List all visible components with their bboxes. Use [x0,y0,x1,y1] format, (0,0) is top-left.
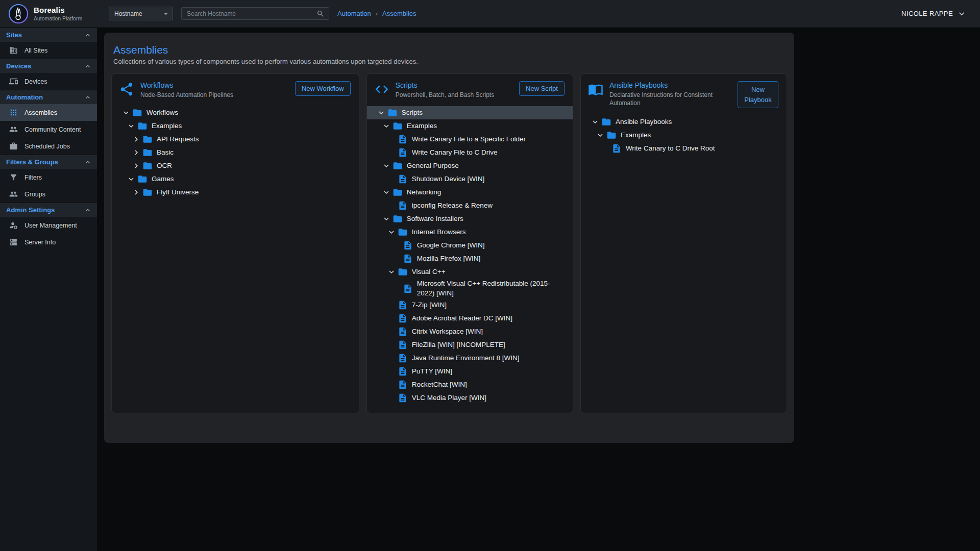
file-icon [403,254,413,264]
tree-workflows: WorkflowsExamplesAPI RequestsBasicOCRGam… [112,102,359,413]
chevron-down-icon-slot[interactable] [375,107,387,119]
breadcrumb-link-assemblies[interactable]: Assemblies [382,10,416,17]
tree-item-scripts[interactable]: Scripts [367,106,573,119]
chevron-spacer [390,283,403,295]
tree-item-label: Scripts [402,108,423,118]
tree-item-mozilla-firefox-win[interactable]: Mozilla Firefox [WIN] [367,252,573,265]
tree-item-label: Games [152,174,174,184]
tree-item-label: OCR [157,161,172,171]
chevron-down-icon-slot[interactable] [380,213,393,225]
folder-icon [393,161,403,171]
new-workflow-button[interactable]: New Workflow [295,81,351,96]
tree-item-filezilla-win-incomplete[interactable]: FileZilla [WIN] [INCOMPLETE] [367,338,573,352]
new-script-button[interactable]: New Script [519,81,565,96]
sidebar-section-label: Filters & Groups [6,158,58,166]
chevron-down-icon-slot[interactable] [125,173,137,185]
chevron-up-icon [84,31,92,39]
sidebar-section-header-sites[interactable]: Sites [0,28,97,42]
sidebar-section-header-filters-groups[interactable]: Filters & Groups [0,155,97,169]
chevron-down-icon-slot[interactable] [125,120,137,132]
tree-item-internet-browsers[interactable]: Internet Browsers [367,226,573,239]
chevron-right-icon-slot[interactable] [130,186,142,198]
tree-item-citrix-workspace-win[interactable]: Citrix Workspace [WIN] [367,325,573,338]
tree-item-examples[interactable]: Examples [112,119,359,133]
hostname-select[interactable]: Hostname [109,7,173,20]
file-icon [398,174,408,184]
panel-header: WorkflowsNode-Based Automation Pipelines… [112,74,359,102]
sidebar-item-label: User Management [24,222,77,229]
breadcrumb-link-automation[interactable]: Automation [337,10,371,17]
folder-icon [142,147,153,158]
chevron-down-icon-slot[interactable] [380,186,393,198]
tree-item-putty-win[interactable]: PuTTY [WIN] [367,365,573,378]
chevron-spacer [385,312,398,324]
tree-item-api-requests[interactable]: API Requests [112,133,359,146]
chevron-right-icon [132,148,141,157]
sidebar-item-label: Server Info [24,239,56,246]
tree-item-software-installers[interactable]: Software Installers [367,212,573,226]
sidebar-section-header-devices[interactable]: Devices [0,59,97,73]
sidebar-section-header-automation[interactable]: Automation [0,90,97,104]
chevron-down-icon-slot[interactable] [385,226,398,238]
tree-item-examples[interactable]: Examples [581,129,787,142]
chevron-down-icon-slot[interactable] [380,120,393,132]
sidebar-section-label: Sites [6,31,22,39]
tree-item-flyff-universe[interactable]: Flyff Universe [112,186,359,199]
sidebar-item-assemblies[interactable]: Assemblies [0,104,97,121]
tree-item-vlc-media-player-win[interactable]: VLC Media Player [WIN] [367,391,573,405]
user-gear-icon [9,221,18,230]
tree-item-ipconfig-release-renew[interactable]: ipconfig Release & Renew [367,199,573,212]
chevron-down-icon-slot[interactable] [380,160,393,172]
app-header: Borealis Automation Platform Hostname Au… [0,0,980,28]
tree-item-write-canary-file-to-a-specific-folder[interactable]: Write Canary File to a Specific Folder [367,133,573,146]
sidebar-item-groups[interactable]: Groups [0,186,97,203]
chevron-right-icon-slot[interactable] [130,146,142,159]
tree-item-basic[interactable]: Basic [112,146,359,159]
tree-item-label: Write Canary to C Drive Root [626,143,715,154]
tree-item-examples[interactable]: Examples [367,119,573,133]
filter-icon [9,173,18,182]
tree-item-shutdown-device-win[interactable]: Shutdown Device [WIN] [367,172,573,186]
panel-workflows: WorkflowsNode-Based Automation Pipelines… [111,73,359,413]
sidebar-section-label: Automation [6,93,43,101]
tree-item-visual-c[interactable]: Visual C++ [367,265,573,279]
sidebar-item-all-sites[interactable]: All Sites [0,42,97,59]
tree-item-ansible-playbooks[interactable]: Ansible Playbooks [581,115,787,129]
chevron-down-icon-slot[interactable] [120,107,132,119]
sidebar-item-filters[interactable]: Filters [0,169,97,186]
chevron-down-icon-slot[interactable] [589,116,601,128]
sidebar-section-header-admin-settings[interactable]: Admin Settings [0,203,97,217]
chevron-down-icon-slot[interactable] [594,129,606,141]
new-playbook-button[interactable]: New Playbook [738,81,778,108]
sidebar-item-community-content[interactable]: Community Content [0,121,97,138]
tree-item-networking[interactable]: Networking [367,186,573,199]
sidebar-item-server-info[interactable]: Server Info [0,234,97,251]
tree-item-adobe-acrobat-reader-dc-win[interactable]: Adobe Acrobat Reader DC [WIN] [367,312,573,325]
chevron-spacer [385,133,398,145]
chevron-right-icon-slot[interactable] [130,160,142,172]
tree-item-ocr[interactable]: OCR [112,159,359,172]
tree-item-java-runtime-environment-8-win[interactable]: Java Runtime Environment 8 [WIN] [367,352,573,365]
search-input[interactable] [186,10,316,18]
sidebar-section-label: Admin Settings [6,206,55,214]
chevron-right-icon-slot[interactable] [130,133,142,145]
tree-item-7-zip-win[interactable]: 7-Zip [WIN] [367,298,573,312]
tree-item-write-canary-file-to-c-drive[interactable]: Write Canary File to C Drive [367,146,573,159]
user-menu[interactable]: NICOLE RAPPE [901,9,967,19]
tree-item-workflows[interactable]: Workflows [112,106,359,119]
tree-item-write-canary-to-c-drive-root[interactable]: Write Canary to C Drive Root [581,142,787,155]
chevron-down-icon-slot[interactable] [385,266,398,278]
sidebar-item-label: Devices [24,78,47,85]
sidebar-item-devices[interactable]: Devices [0,73,97,90]
sidebar-item-scheduled-jobs[interactable]: Scheduled Jobs [0,138,97,155]
tree-ansible-playbooks: Ansible PlaybooksExamplesWrite Canary to… [581,111,787,413]
tree-item-microsoft-visual-c-redistributable-2015-2022-win[interactable]: Microsoft Visual C++ Redistributable (20… [367,279,573,298]
chevron-down-icon [382,121,391,131]
tree-item-rocketchat-win[interactable]: RocketChat [WIN] [367,378,573,391]
chevron-right-icon [132,161,141,170]
tree-item-general-purpose[interactable]: General Purpose [367,159,573,172]
tree-item-games[interactable]: Games [112,172,359,186]
chevron-up-icon [84,62,92,70]
tree-item-google-chrome-win[interactable]: Google Chrome [WIN] [367,239,573,252]
sidebar-item-user-management[interactable]: User Management [0,217,97,234]
